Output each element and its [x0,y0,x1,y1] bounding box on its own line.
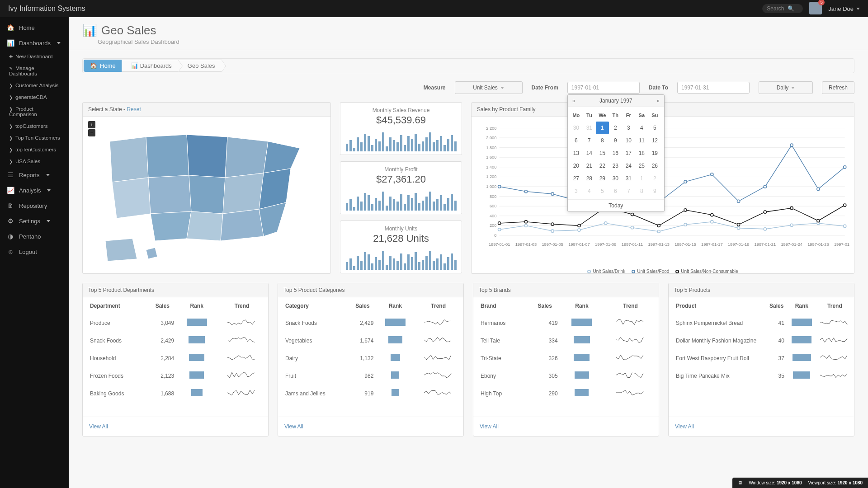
dp-day[interactable]: 15 [596,147,609,160]
dp-day[interactable]: 20 [570,160,583,172]
dp-day[interactable]: 12 [648,134,661,147]
view-all-link[interactable]: View All [473,417,659,436]
sidebar-repository[interactable]: 🗎Repository [0,198,69,213]
dp-day[interactable]: 19 [648,147,661,160]
table-row[interactable]: Fruit982 [279,367,462,384]
dp-day[interactable]: 10 [622,134,635,147]
dp-day[interactable]: 5 [596,185,609,197]
dp-day[interactable]: 28 [583,172,596,185]
table-row[interactable]: Dollar Monthly Fashion Magazine40 [670,332,853,349]
dp-day[interactable]: 30 [570,122,583,134]
map-reset[interactable]: Reset [127,106,141,113]
sidebar-generate-cda[interactable]: ❯generateCDA [0,91,69,103]
table-row[interactable]: Jams and Jellies919 [279,385,462,402]
sidebar-analysis[interactable]: 📈Analysis [0,183,69,198]
dp-day[interactable]: 4 [583,185,596,197]
dp-day[interactable]: 1 [635,172,648,185]
brand[interactable]: Ivy Information Systems [8,5,85,13]
breadcrumb-dashboards[interactable]: 📊Dashboards [122,60,179,72]
dp-day[interactable]: 6 [570,134,583,147]
dp-day[interactable]: 27 [570,172,583,185]
interval-dropdown[interactable]: Daily [759,81,813,94]
dp-day[interactable]: 30 [609,172,622,185]
user-menu[interactable]: Jane Doe [828,5,860,12]
sidebar-product-comparison[interactable]: ❯Product Comparison [0,103,69,120]
sidebar-top-ten[interactable]: ❯Top Ten Customers [0,132,69,144]
dp-day[interactable]: 1 [596,122,609,134]
us-map[interactable] [96,123,318,263]
dp-day[interactable]: 6 [609,185,622,197]
dp-day[interactable]: 9 [609,134,622,147]
date-from-input[interactable] [567,82,640,94]
table-row[interactable]: Baking Goods1,688 [84,385,267,402]
refresh-button[interactable]: Refresh [822,81,854,94]
dp-day[interactable]: 7 [622,185,635,197]
view-all-link[interactable]: View All [83,417,268,436]
sidebar-settings[interactable]: ⚙Settings [0,213,69,229]
dp-day[interactable]: 25 [635,160,648,172]
search-input[interactable]: Search 🔍 [762,4,803,13]
table-row[interactable]: Tri-State326 [474,350,658,366]
table-row[interactable]: Tell Tale334 [474,332,658,349]
dp-day[interactable]: 24 [622,160,635,172]
table-row[interactable]: Dairy1,132 [279,350,462,366]
dp-day[interactable]: 8 [596,134,609,147]
sidebar-dashboards[interactable]: 📊Dashboards [0,35,69,51]
sidebar-top-customers[interactable]: ❯topCustomers [0,120,69,132]
table-row[interactable]: Produce3,049 [84,314,267,331]
dp-day[interactable]: 18 [635,147,648,160]
table-row[interactable]: Fort West Raspberry Fruit Roll37 [670,350,853,366]
dp-day[interactable]: 4 [635,122,648,134]
table-row[interactable]: Big Time Pancake Mix35 [670,367,853,384]
date-to-input[interactable] [677,82,750,94]
view-all-link[interactable]: View All [278,417,463,436]
sidebar-customer-analysis[interactable]: ❯Customer Analysis [0,80,69,91]
zoom-in-button[interactable]: + [88,121,95,128]
dp-day[interactable]: 11 [635,134,648,147]
dp-day[interactable]: 3 [570,185,583,197]
notifications[interactable]: 5 [809,2,822,16]
dp-day[interactable]: 3 [622,122,635,134]
datepicker-next[interactable]: » [656,98,660,104]
dp-day[interactable]: 21 [583,160,596,172]
sidebar-usa-sales[interactable]: ❯USA Sales [0,155,69,167]
table-row[interactable]: Hermanos419 [474,314,658,331]
datepicker-prev[interactable]: « [572,98,576,104]
dp-day[interactable]: 2 [648,172,661,185]
dp-day[interactable]: 31 [583,122,596,134]
dp-day[interactable]: 26 [648,160,661,172]
view-all-link[interactable]: View All [669,417,854,436]
sidebar-logout[interactable]: ⎋Logout [0,244,69,259]
dp-day[interactable]: 14 [583,147,596,160]
table-row[interactable]: Frozen Foods2,123 [84,367,267,384]
sidebar-pentaho[interactable]: ◑Pentaho [0,229,69,244]
table-row[interactable]: Ebony305 [474,367,658,384]
dp-day[interactable]: 29 [596,172,609,185]
dp-day[interactable]: 2 [609,122,622,134]
table-row[interactable]: Household2,284 [84,350,267,366]
dp-day[interactable]: 17 [622,147,635,160]
table-row[interactable]: Snack Foods2,429 [279,314,462,331]
datepicker-today[interactable]: Today [568,199,664,211]
dp-day[interactable]: 31 [622,172,635,185]
dp-day[interactable]: 23 [609,160,622,172]
table-row[interactable]: Vegetables1,674 [279,332,462,349]
dp-day[interactable]: 8 [635,185,648,197]
table-row[interactable]: Snack Foods2,429 [84,332,267,349]
dp-day[interactable]: 16 [609,147,622,160]
dp-day[interactable]: 5 [648,122,661,134]
breadcrumb-home[interactable]: 🏠Home [84,60,122,72]
dp-day[interactable]: 7 [583,134,596,147]
dp-day[interactable]: 22 [596,160,609,172]
dp-day[interactable]: 9 [648,185,661,197]
sidebar-top-ten-customers[interactable]: ❯topTenCustomers [0,144,69,155]
measure-dropdown[interactable]: Unit Sales [455,81,523,94]
table-row[interactable]: High Top290 [474,385,658,402]
zoom-out-button[interactable]: − [88,129,95,136]
table-row[interactable]: Sphinx Pumpernickel Bread41 [670,314,853,331]
sidebar-manage-dashboards[interactable]: ✎Manage Dashboards [0,62,69,80]
sidebar-reports[interactable]: ☰Reports [0,167,69,183]
sidebar-home[interactable]: 🏠Home [0,20,69,35]
datepicker-month[interactable]: January 1997 [599,98,632,104]
sidebar-new-dashboard[interactable]: ✚New Dashboard [0,51,69,62]
